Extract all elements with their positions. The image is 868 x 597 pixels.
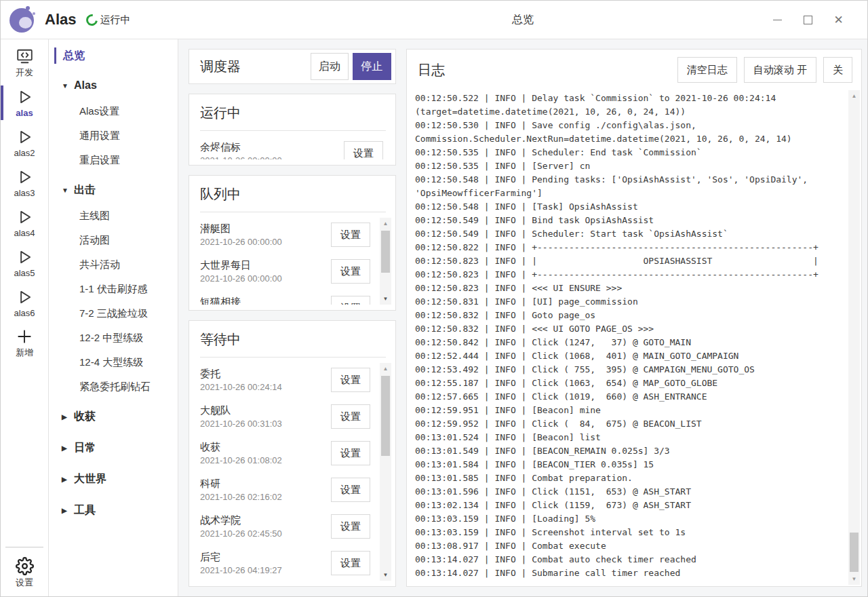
sidebar-item-alas4[interactable]: alas4 <box>1 203 49 243</box>
sidebar-entry[interactable]: ▶ 收获 <box>49 403 178 430</box>
log-scrollbar[interactable]: ▲ ▼ <box>848 90 860 585</box>
play-icon <box>16 288 33 307</box>
pending-scrollbar[interactable]: ▲ ▼ <box>380 218 391 305</box>
sidebar-entry[interactable]: 12-2 中型练级 <box>49 326 178 350</box>
log-line: 00:12:50.823 | INFO | +-----------------… <box>415 268 846 282</box>
log-line: 00:12:50.823 | INFO | | OPSIASHASSIST | <box>415 254 846 268</box>
task-row: 大舰队 2021-10-26 00:31:03 设置 <box>200 400 378 434</box>
sidebar-item-alas5[interactable]: alas5 <box>1 243 49 283</box>
task-row: 战术学院 2021-10-26 02:45:50 设置 <box>200 509 378 543</box>
maximize-button[interactable] <box>793 1 823 39</box>
sidebar-item-alas3[interactable]: alas3 <box>1 163 49 203</box>
sidebar-entry[interactable]: 主线图 <box>49 204 178 228</box>
sidebar-item-alas[interactable]: alas <box>1 83 49 123</box>
minimize-button[interactable] <box>762 1 793 39</box>
sidebar-item-dev[interactable]: 开发 <box>1 43 49 83</box>
scheduler-column: 调度器 启动 停止 运行中 余烬信标 2021-1 <box>189 49 396 587</box>
task-setting-button[interactable]: 设置 <box>344 141 383 159</box>
sidebar-entry-label: 通用设置 <box>79 130 120 142</box>
sidebar-entry[interactable]: ▼ Alas <box>49 72 178 99</box>
app-window: Alas 运行中 总览 ✕ 开发 <box>0 0 868 597</box>
log-line: 00:13:03.159 | INFO | [Loading] 5% <box>415 512 846 526</box>
sidebar-entry-label: 总览 <box>63 49 85 63</box>
log-line: 00:12:57.665 | INFO | Click (1019, 660) … <box>415 390 846 404</box>
sidebar-entry[interactable]: ▶ 日常 <box>49 434 178 461</box>
scrollbar-thumb[interactable] <box>381 376 390 456</box>
scrollbar-thumb[interactable] <box>381 231 390 273</box>
autoscroll-toggle-button[interactable]: 自动滚动 开 <box>744 57 816 83</box>
scroll-up-icon[interactable]: ▲ <box>380 218 391 229</box>
gear-icon <box>16 557 34 575</box>
sidebar-item-add[interactable]: 新增 <box>1 323 49 363</box>
scheduler-panel: 调度器 启动 停止 <box>189 49 396 84</box>
scroll-down-icon[interactable]: ▼ <box>380 569 391 581</box>
scroll-down-icon[interactable]: ▼ <box>848 573 860 585</box>
scroll-down-icon[interactable]: ▼ <box>380 293 391 305</box>
task-setting-button[interactable]: 设置 <box>331 223 370 247</box>
sidebar-entry[interactable]: 重启设置 <box>49 148 178 172</box>
task-setting-button[interactable]: 设置 <box>331 478 370 502</box>
close-button[interactable]: ✕ <box>823 1 854 39</box>
log-line: 00:12:50.548 | INFO | Pending tasks: ['O… <box>415 173 846 200</box>
running-task-list: 余烬信标 2021-10-26 00:00:00 设置 <box>200 136 391 159</box>
sidebar-entry[interactable]: 活动图 <box>49 228 178 252</box>
active-indicator <box>54 47 56 64</box>
task-setting-button[interactable]: 设置 <box>331 514 370 539</box>
pending-task-list: 潜艇图 2021-10-26 00:00:00 设置 大世界每日 20 <box>200 218 378 305</box>
sidebar-entry[interactable]: 12-4 大型练级 <box>49 350 178 374</box>
sidebar-entry[interactable]: 总览 <box>49 43 178 68</box>
task-setting-button[interactable]: 设置 <box>331 551 370 575</box>
sidebar-entry[interactable]: 1-1 伏击刷好感 <box>49 277 178 301</box>
log-line: 00:12:59.951 | INFO | [Beacon] mine <box>415 404 846 417</box>
plus-icon <box>16 328 33 345</box>
sidebar-entry[interactable]: 共斗活动 <box>49 252 178 277</box>
play-icon <box>16 128 33 147</box>
waiting-scrollbar[interactable]: ▲ ▼ <box>380 363 391 581</box>
sidebar-entry[interactable]: 紧急委托刷钻石 <box>49 374 178 399</box>
scheduler-start-button[interactable]: 启动 <box>311 53 349 80</box>
task-setting-button[interactable]: 设置 <box>331 368 370 392</box>
waiting-panel: 等待中 委托 2021-10-26 00:24:14 设置 <box>189 320 396 587</box>
scroll-up-icon[interactable]: ▲ <box>848 90 860 102</box>
task-setting-button[interactable]: 设置 <box>331 404 370 429</box>
task-time: 2021-10-26 00:00:00 <box>200 235 331 249</box>
menu-sidebar: 总览 ▼ Alas Alas设置 通用设置 <box>49 39 178 596</box>
sidebar-entry[interactable]: 7-2 三战捡垃圾 <box>49 301 178 326</box>
log-line: 00:12:50.832 | INFO | <<< UI GOTO PAGE_O… <box>415 322 846 336</box>
log-panel: 日志 清空日志 自动滚动 开 关 00:12:50.522 | INFO | D… <box>406 49 862 587</box>
sidebar-entry[interactable]: ▶ 大世界 <box>49 465 178 493</box>
sidebar-entry[interactable]: ▼ 出击 <box>49 176 178 204</box>
log-line: 00:12:50.822 | INFO | +-----------------… <box>415 241 846 254</box>
task-row: 后宅 2021-10-26 04:19:27 设置 <box>200 546 378 580</box>
scheduler-stop-button[interactable]: 停止 <box>353 53 391 80</box>
sidebar-item-alas2[interactable]: alas2 <box>1 123 49 163</box>
sidebar-item-settings[interactable]: 设置 <box>1 552 49 594</box>
log-line: 00:12:53.492 | INFO | Click ( 755, 395) … <box>415 363 846 377</box>
icon-item-label: 新增 <box>16 347 33 359</box>
scroll-up-icon[interactable]: ▲ <box>380 363 391 374</box>
sidebar-entry[interactable]: 通用设置 <box>49 123 178 148</box>
sidebar-item-alas6[interactable]: alas6 <box>1 283 49 323</box>
task-name: 战术学院 <box>200 513 331 527</box>
clear-log-button[interactable]: 清空日志 <box>677 57 737 83</box>
log-line: 00:13:14.027 | INFO | Submarine call tim… <box>415 566 846 580</box>
sidebar-entry-label: 1-1 伏击刷好感 <box>79 283 148 296</box>
top-bar: Alas 运行中 总览 ✕ <box>1 1 867 39</box>
log-off-button[interactable]: 关 <box>823 57 852 83</box>
sidebar-entry-label: 出击 <box>74 183 96 197</box>
task-row: 收获 2021-10-26 01:08:02 设置 <box>200 436 378 470</box>
sidebar-entry-label: 活动图 <box>79 234 110 247</box>
task-setting-button[interactable]: 设置 <box>331 441 370 465</box>
play-icon <box>16 168 33 187</box>
task-name: 大世界每日 <box>200 258 331 272</box>
scheduler-status: 运行中 <box>86 14 130 26</box>
sidebar-entry[interactable]: ▶ 工具 <box>49 497 178 524</box>
scrollbar-thumb[interactable] <box>850 533 859 572</box>
log-title: 日志 <box>418 61 671 79</box>
log-line: 00:13:01.596 | INFO | Click (1151, 653) … <box>415 485 846 499</box>
task-setting-button[interactable]: 设置 <box>331 259 370 284</box>
log-line: 00:12:55.187 | INFO | Click (1063, 654) … <box>415 377 846 390</box>
log-line: 00:13:08.917 | INFO | Combat execute <box>415 539 846 553</box>
sidebar-entry[interactable]: Alas设置 <box>49 99 178 123</box>
task-setting-button[interactable]: 设置 <box>331 296 370 305</box>
